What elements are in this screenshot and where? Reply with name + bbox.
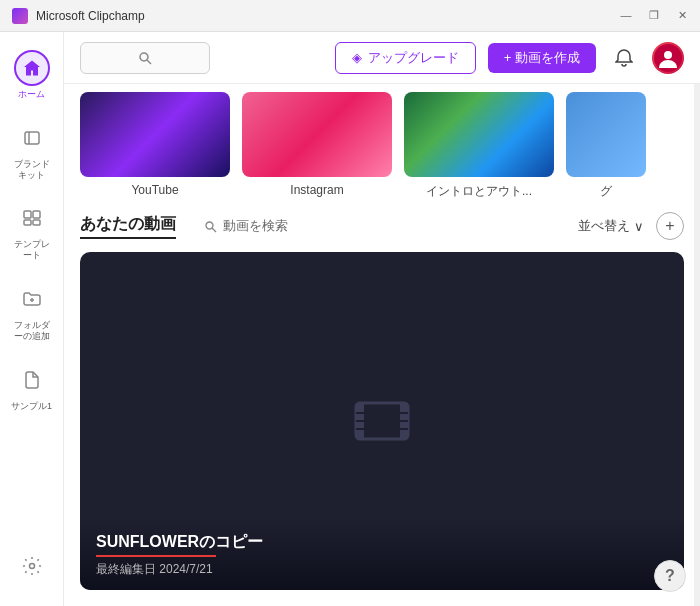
- youtube-thumbnail: [80, 92, 230, 177]
- template-card-instagram[interactable]: Instagram: [242, 92, 392, 200]
- upgrade-button[interactable]: ◈ アップグレード: [335, 42, 476, 74]
- add-video-button[interactable]: +: [656, 212, 684, 240]
- sort-button[interactable]: 並べ替え ∨: [578, 217, 644, 235]
- sidebar-item-add-folder[interactable]: フォルダーの追加: [0, 271, 64, 352]
- sample-icon-wrap: [14, 362, 50, 398]
- video-card[interactable]: SUNFLOWERのコピー 最終編集日 2024/7/21: [80, 252, 684, 590]
- svg-point-13: [206, 222, 213, 229]
- search-box[interactable]: [80, 42, 210, 74]
- video-header: あなたの動画 動画を検索 並べ替え ∨ +: [80, 212, 684, 240]
- settings-icon-wrap: [14, 548, 50, 584]
- scrollbar[interactable]: [694, 84, 700, 606]
- extra-thumbnail: [566, 92, 646, 177]
- svg-line-10: [147, 60, 151, 64]
- svg-rect-4: [24, 220, 31, 225]
- svg-point-9: [140, 53, 148, 61]
- bell-icon: [615, 49, 633, 67]
- app-logo: [12, 8, 28, 24]
- video-date: 最終編集日 2024/7/21: [96, 561, 668, 578]
- extra-label: グ: [600, 183, 612, 200]
- svg-rect-3: [33, 211, 40, 218]
- notification-button[interactable]: [608, 42, 640, 74]
- template-card-youtube[interactable]: YouTube: [80, 92, 230, 200]
- video-name: SUNFLOWERのコピー: [96, 532, 668, 553]
- intro-label: イントロとアウト...: [426, 183, 532, 200]
- video-search-label: 動画を検索: [223, 217, 288, 235]
- video-info: SUNFLOWERのコピー 最終編集日 2024/7/21: [80, 520, 684, 590]
- sidebar-item-templates[interactable]: テンプレート: [0, 190, 64, 271]
- settings-icon: [22, 556, 42, 576]
- sidebar-home-label: ホーム: [18, 89, 45, 100]
- titlebar: Microsoft Clipchamp — ❐ ✕: [0, 0, 700, 32]
- template-card-intro[interactable]: イントロとアウト...: [404, 92, 554, 200]
- video-search[interactable]: 動画を検索: [204, 217, 288, 235]
- home-icon-wrap: [14, 50, 50, 86]
- add-folder-icon: [22, 289, 42, 309]
- svg-point-12: [664, 51, 672, 59]
- video-section-title: あなたの動画: [80, 214, 176, 239]
- add-icon: +: [665, 217, 674, 235]
- diamond-icon: ◈: [352, 50, 362, 65]
- svg-rect-2: [24, 211, 31, 218]
- help-button[interactable]: ?: [654, 560, 686, 592]
- sidebar-templates-label: テンプレート: [14, 239, 50, 261]
- window-controls: — ❐ ✕: [620, 9, 688, 22]
- sidebar-add-folder-label: フォルダーの追加: [14, 320, 50, 342]
- sidebar-brand-label: ブランドキット: [14, 159, 50, 181]
- film-icon: [354, 397, 410, 445]
- video-search-icon: [204, 220, 217, 233]
- avatar-image: [654, 44, 682, 72]
- svg-point-8: [29, 564, 34, 569]
- create-label: + 動画を作成: [504, 49, 580, 67]
- add-folder-icon-wrap: [14, 281, 50, 317]
- svg-line-14: [212, 228, 216, 232]
- avatar[interactable]: [652, 42, 684, 74]
- minimize-button[interactable]: —: [620, 9, 632, 22]
- sidebar-bottom: [0, 538, 64, 606]
- intro-thumbnail: [404, 92, 554, 177]
- app-container: ホーム ブランドキット テンプレート: [0, 32, 700, 606]
- svg-rect-0: [25, 132, 39, 144]
- template-icon-wrap: [14, 200, 50, 236]
- sample-icon: [22, 370, 42, 390]
- app-title: Microsoft Clipchamp: [36, 9, 612, 23]
- instagram-thumbnail: [242, 92, 392, 177]
- template-icon: [22, 208, 42, 228]
- create-video-button[interactable]: + 動画を作成: [488, 43, 596, 73]
- home-icon: [22, 58, 42, 78]
- templates-section: YouTube Instagram イントロとアウト... グ: [64, 84, 700, 200]
- sidebar-item-sample[interactable]: サンプル1: [0, 352, 64, 422]
- instagram-label: Instagram: [290, 183, 343, 197]
- brand-icon-wrap: [14, 120, 50, 156]
- upgrade-label: アップグレード: [368, 49, 459, 67]
- sidebar: ホーム ブランドキット テンプレート: [0, 32, 64, 606]
- sidebar-item-home[interactable]: ホーム: [0, 40, 64, 110]
- sidebar-sample-label: サンプル1: [11, 401, 52, 412]
- video-section: あなたの動画 動画を検索 並べ替え ∨ +: [64, 200, 700, 606]
- close-button[interactable]: ✕: [676, 9, 688, 22]
- sort-chevron-icon: ∨: [634, 219, 644, 234]
- sidebar-item-brand[interactable]: ブランドキット: [0, 110, 64, 191]
- video-name-underline: [96, 555, 216, 557]
- topbar: ◈ アップグレード + 動画を作成: [64, 32, 700, 84]
- main-content: ◈ アップグレード + 動画を作成: [64, 32, 700, 606]
- template-cards: YouTube Instagram イントロとアウト... グ: [80, 92, 684, 200]
- maximize-button[interactable]: ❐: [648, 9, 660, 22]
- help-icon: ?: [665, 567, 675, 585]
- search-icon: [138, 51, 152, 65]
- sort-label: 並べ替え: [578, 217, 630, 235]
- svg-rect-5: [33, 220, 40, 225]
- sidebar-item-settings[interactable]: [0, 538, 64, 594]
- template-card-extra[interactable]: グ: [566, 92, 646, 200]
- brand-icon: [22, 128, 42, 148]
- youtube-label: YouTube: [131, 183, 178, 197]
